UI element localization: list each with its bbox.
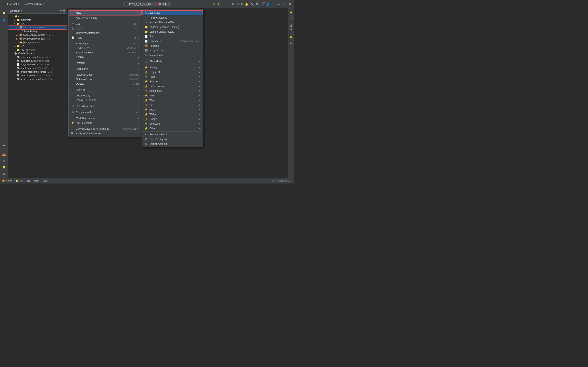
terminal-icon[interactable]: ≡ (241, 2, 243, 6)
menu-item-version-catalog[interactable]: ⚙ Version Catalog (142, 142, 203, 146)
menu-item-reload[interactable]: ↺ Reload from Disk (69, 104, 142, 108)
breadcrumb-java[interactable]: java (43, 180, 47, 182)
menu-item-reformat-code[interactable]: Reformat Code Ctrl+Alt+L (69, 73, 142, 77)
terminal2-icon[interactable]: 🖥 (1, 170, 7, 177)
run-button[interactable]: ▶ (213, 2, 215, 6)
refresh-icon[interactable]: ↺ (237, 2, 239, 6)
right-panel-lang2[interactable]: 简 (289, 31, 293, 33)
menu-item-cmake[interactable]: △ CMakeLists.txt ▶ (142, 59, 203, 64)
insights-icon[interactable]: 💡 (1, 164, 7, 170)
debug-button[interactable]: 🐛 (217, 2, 221, 6)
account-icon[interactable]: 👤 (266, 2, 269, 6)
right-panel-lang1[interactable]: 英 (289, 28, 293, 30)
menu-item-paste[interactable]: 📋 Paste Ctrl+V (69, 35, 142, 40)
menu-item-editorconfig[interactable]: ⚙ EditorConfig File (142, 137, 203, 142)
menu-item-package[interactable]: 📦 Package (142, 43, 203, 48)
app-name[interactable]: ◆ retrofit ▾ (7, 2, 19, 6)
right-panel-ai[interactable]: AI (289, 23, 293, 26)
menu-item-widget[interactable]: ⚡ Widget ▶ (142, 112, 203, 117)
right-panel-bookmark[interactable]: ★ (289, 17, 293, 21)
right-panel-settings3[interactable]: ⚙ (289, 41, 293, 45)
hamburger-icon[interactable]: ☰ (2, 2, 5, 6)
tree-item-manifests[interactable]: ▶ 📁 manifests (8, 18, 67, 22)
menu-item-service[interactable]: ⚡ Service ▶ (142, 79, 203, 84)
menu-item-refactor[interactable]: Refactor ▶ (69, 61, 142, 65)
menu-item-delete[interactable]: Delete... Delete (69, 82, 142, 86)
menu-item-compare[interactable]: ⊕ Compare With... Ctrl+D (69, 110, 142, 115)
menu-item-sample-data-dir[interactable]: 📁 Sample Data Directory (142, 29, 203, 34)
menu-item-mark-directory[interactable]: Mark Directory as ▶ (69, 116, 142, 120)
tree-item-gradle-scripts[interactable]: ▾ 🐘 Gradle Scripts (8, 52, 67, 55)
menu-item-java-class[interactable]: C Java Class (142, 10, 203, 15)
menu-item-optimize-imports[interactable]: Optimize Imports Ctrl+Alt+O (69, 77, 142, 82)
menu-item-convert-kotlin[interactable]: Convert Java File to Kotlin File Ctrl+Al… (69, 127, 142, 131)
menu-item-vector-asset[interactable]: V Vector Asset (142, 53, 203, 58)
menu-item-find-usages[interactable]: Find Usages Alt+F7 (69, 42, 142, 46)
breadcrumb-src[interactable]: src (27, 180, 30, 182)
menu-item-wear[interactable]: ⚡ Wear ▶ (142, 98, 203, 103)
tree-item-package-test[interactable]: ▶ 📦 com.example.retrofit (test) (8, 37, 67, 41)
menu-item-copy[interactable]: ⎘ Copy Ctrl+C (69, 26, 142, 31)
menu-item-cut[interactable]: ✂ Cut Ctrl+X (69, 21, 142, 26)
tree-item-app[interactable]: ▾ 📁 app (8, 15, 67, 18)
notification-icon[interactable]: 🔔 (245, 2, 248, 6)
tree-item-build-gradle-project[interactable]: 🐘 build.gradle.kts (Project: retr...) (8, 55, 67, 59)
menu-item-activity[interactable]: ⚡ Activity ▶ (142, 65, 203, 70)
device-selector[interactable]: 📱 Pixel_4_XL_API_31 ▾ | 🎯 app ▾ (123, 2, 171, 6)
menu-item-repair-ide[interactable]: Repair IDE on File (69, 98, 142, 102)
menu-item-bookmarks[interactable]: Bookmarks ▶ (69, 67, 142, 71)
menu-item-other[interactable]: ⚡ Other ▶ (142, 126, 203, 131)
menu-item-analyze-deps[interactable]: 🔍 Analyze Dependencies... (69, 131, 142, 136)
tree-item-local-properties[interactable]: 🐘 local.properties (SDK Locatio...) (8, 74, 67, 77)
deploy-icon[interactable]: 📤 (1, 151, 7, 157)
more-tools-icon[interactable]: ⋯ (1, 25, 7, 32)
menu-item-compose[interactable]: ⚡ Compose ▶ (142, 121, 203, 126)
menu-item-kotlin-class[interactable]: K Kotlin Class/File (142, 15, 203, 20)
android-dropdown[interactable]: ▾ (21, 9, 22, 12)
tree-item-gradle-properties[interactable]: 🐘 gradle.properties (Project Pro...) (8, 66, 67, 70)
menu-item-uicomponent[interactable]: ⚡ UiComponent ▶ (142, 84, 203, 89)
menu-item-resource-bundle[interactable]: ⚙ Resource Bundle (142, 132, 203, 137)
tree-item-res-generated[interactable]: 📁 res (generated) (8, 48, 67, 52)
breadcrumb-root[interactable]: 🔶 retrofit (2, 179, 12, 182)
sync-icon[interactable]: ⟲ (60, 9, 62, 12)
version-control[interactable]: Version control ▾ (25, 2, 44, 6)
breadcrumb-main[interactable]: main (34, 180, 39, 182)
tree-item-build-gradle-app[interactable]: 🐘 build.gradle.kts (Module :app) (8, 59, 67, 63)
menu-item-new[interactable]: New ▶ (69, 10, 142, 16)
close-button[interactable]: ✕ (288, 2, 292, 6)
menu-item-folder[interactable]: ⚡ Folder ▶ (142, 75, 203, 79)
menu-item-local-history[interactable]: Local History ▶ (69, 93, 142, 98)
tree-item-package-main[interactable]: ▾ 📦 com.example.retrofit (8, 25, 67, 30)
issues-icon[interactable]: ⚠ (1, 157, 7, 164)
minimize-button[interactable]: — (276, 2, 281, 6)
project-view-icon[interactable]: 📁 (1, 10, 7, 16)
tree-item-java[interactable]: ▾ 📁 java (8, 22, 67, 25)
menu-item-aidl[interactable]: ⚡ AIDL ▶ (142, 107, 203, 112)
more-button[interactable]: ⋯ (223, 2, 226, 6)
tree-item-res[interactable]: ▶ 📁 res (8, 44, 67, 48)
menu-item-google[interactable]: ⚡ Google ▶ (142, 117, 203, 121)
menu-item-open-in[interactable]: Open In ▶ (69, 87, 142, 92)
menu-item-android-resource-file[interactable]: </> Android Resource File (142, 20, 203, 25)
menu-item-automotive[interactable]: ⚡ Automotive ▶ (142, 89, 203, 93)
breadcrumb-app[interactable]: 📁 app (16, 179, 23, 182)
menu-item-tv[interactable]: ⚡ TV ▶ (142, 103, 203, 107)
tree-item-gradle-wrapper[interactable]: 🐘 gradle-wrapper.properties (G...) (8, 70, 67, 74)
menu-item-android-resource-dir[interactable]: 📁 Android Resource Directory (142, 25, 203, 29)
tree-item-mainactivity[interactable]: C MainActivity (8, 30, 67, 33)
menu-item-find-in-files[interactable]: Find in Files... Ctrl+Shift+F (69, 46, 142, 50)
menu-item-analyze[interactable]: Analyze ▶ (69, 55, 142, 59)
tree-item-package-android[interactable]: ▶ 📦 com.example.retrofit (andi...) (8, 33, 67, 37)
menu-item-image-asset[interactable]: 🖼 Image Asset (142, 48, 203, 53)
menu-item-file[interactable]: 📄 File (142, 34, 203, 39)
search-icon[interactable]: 🔍 (256, 2, 259, 6)
tree-item-settings-gradle[interactable]: 🐘 settings.gradle.kts (Project S...) (8, 77, 67, 81)
menu-item-add-cpp[interactable]: Add C++ to Module (69, 16, 142, 20)
menu-item-xml[interactable]: ⚡ XML ▶ (142, 93, 203, 98)
layout-icon[interactable]: ⊞ (232, 2, 234, 6)
tree-item-proguard[interactable]: 📄 proguard-rules.pro (ProGuar...) (8, 63, 67, 66)
tree-item-java-generated[interactable]: 📁 java (generated) (8, 41, 67, 44)
menu-item-scratch-file[interactable]: 📄 Scratch File Ctrl+Alt+Shift+Insert (142, 39, 203, 43)
maximize-button[interactable]: □ (283, 2, 286, 6)
